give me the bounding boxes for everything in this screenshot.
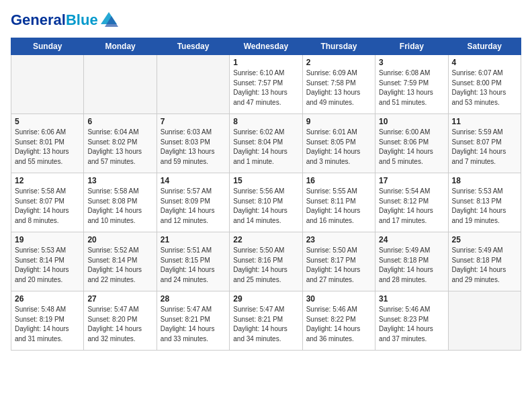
day-info: Sunrise: 6:03 AMSunset: 8:03 PMDaylight:…: [161, 128, 226, 167]
calendar-cell: 28Sunrise: 5:47 AMSunset: 8:21 PMDayligh…: [157, 291, 229, 351]
calendar-cell: 6Sunrise: 6:04 AMSunset: 8:02 PMDaylight…: [84, 114, 157, 173]
day-number: 4: [452, 58, 517, 67]
day-info: Sunrise: 6:00 AMSunset: 8:06 PMDaylight:…: [379, 128, 444, 167]
calendar-cell: 10Sunrise: 6:00 AMSunset: 8:06 PMDayligh…: [375, 114, 448, 173]
calendar-cell: 12Sunrise: 5:58 AMSunset: 8:07 PMDayligh…: [11, 173, 84, 232]
day-info: Sunrise: 5:46 AMSunset: 8:22 PMDaylight:…: [306, 305, 371, 344]
day-info: Sunrise: 5:50 AMSunset: 8:16 PMDaylight:…: [233, 246, 298, 285]
calendar-cell: 4Sunrise: 6:07 AMSunset: 8:00 PMDaylight…: [448, 55, 521, 114]
calendar-cell: 26Sunrise: 5:48 AMSunset: 8:19 PMDayligh…: [11, 291, 84, 351]
day-number: 28: [161, 294, 226, 304]
day-info: Sunrise: 5:56 AMSunset: 8:10 PMDaylight:…: [233, 187, 298, 226]
day-info: Sunrise: 5:52 AMSunset: 8:14 PMDaylight:…: [87, 246, 152, 285]
calendar-cell: 27Sunrise: 5:47 AMSunset: 8:20 PMDayligh…: [84, 291, 157, 351]
page-header: GeneralBlue: [11, 11, 521, 30]
weekday-header: Saturday: [448, 38, 521, 55]
day-info: Sunrise: 5:53 AMSunset: 8:13 PMDaylight:…: [452, 187, 517, 226]
calendar-cell: 23Sunrise: 5:50 AMSunset: 8:17 PMDayligh…: [302, 232, 375, 291]
logo-text: GeneralBlue: [11, 12, 98, 28]
day-number: 31: [379, 294, 444, 304]
day-info: Sunrise: 6:07 AMSunset: 8:00 PMDaylight:…: [452, 68, 517, 107]
day-info: Sunrise: 6:09 AMSunset: 7:58 PMDaylight:…: [306, 68, 371, 107]
calendar-header: SundayMondayTuesdayWednesdayThursdayFrid…: [11, 38, 521, 55]
calendar-cell: 11Sunrise: 5:59 AMSunset: 8:07 PMDayligh…: [448, 114, 521, 173]
logo-icon: [99, 11, 118, 30]
day-number: 1: [233, 58, 298, 67]
day-number: 9: [306, 117, 371, 126]
calendar-cell: 9Sunrise: 6:01 AMSunset: 8:05 PMDaylight…: [302, 114, 375, 173]
day-info: Sunrise: 5:54 AMSunset: 8:12 PMDaylight:…: [379, 187, 444, 226]
calendar-cell: 19Sunrise: 5:53 AMSunset: 8:14 PMDayligh…: [11, 232, 84, 291]
calendar-cell: [11, 55, 84, 114]
day-number: 16: [306, 176, 371, 185]
calendar-cell: 20Sunrise: 5:52 AMSunset: 8:14 PMDayligh…: [84, 232, 157, 291]
day-number: 25: [452, 235, 517, 244]
day-number: 29: [233, 294, 298, 304]
calendar-cell: [448, 291, 521, 351]
day-number: 30: [306, 294, 371, 304]
weekday-header: Monday: [84, 38, 157, 55]
calendar-cell: [157, 55, 229, 114]
day-number: 5: [15, 117, 80, 126]
day-number: 10: [379, 117, 444, 126]
calendar-cell: 13Sunrise: 5:58 AMSunset: 8:08 PMDayligh…: [84, 173, 157, 232]
day-info: Sunrise: 5:55 AMSunset: 8:11 PMDaylight:…: [306, 187, 371, 226]
day-number: 23: [306, 235, 371, 244]
day-number: 2: [306, 58, 371, 67]
day-info: Sunrise: 6:10 AMSunset: 7:57 PMDaylight:…: [233, 68, 298, 107]
calendar-cell: 17Sunrise: 5:54 AMSunset: 8:12 PMDayligh…: [375, 173, 448, 232]
calendar-week-row: 1Sunrise: 6:10 AMSunset: 7:57 PMDaylight…: [11, 55, 521, 114]
calendar-week-row: 19Sunrise: 5:53 AMSunset: 8:14 PMDayligh…: [11, 232, 521, 291]
day-info: Sunrise: 5:58 AMSunset: 8:07 PMDaylight:…: [15, 187, 80, 226]
day-info: Sunrise: 5:59 AMSunset: 8:07 PMDaylight:…: [452, 128, 517, 167]
day-number: 20: [87, 235, 152, 244]
calendar-cell: 2Sunrise: 6:09 AMSunset: 7:58 PMDaylight…: [302, 55, 375, 114]
day-info: Sunrise: 5:49 AMSunset: 8:18 PMDaylight:…: [379, 246, 444, 285]
calendar-week-row: 12Sunrise: 5:58 AMSunset: 8:07 PMDayligh…: [11, 173, 521, 232]
day-info: Sunrise: 6:04 AMSunset: 8:02 PMDaylight:…: [87, 128, 152, 167]
weekday-header: Tuesday: [157, 38, 229, 55]
day-number: 13: [87, 176, 152, 185]
calendar-cell: 22Sunrise: 5:50 AMSunset: 8:16 PMDayligh…: [230, 232, 302, 291]
day-number: 14: [161, 176, 226, 185]
day-info: Sunrise: 5:50 AMSunset: 8:17 PMDaylight:…: [306, 246, 371, 285]
day-info: Sunrise: 6:01 AMSunset: 8:05 PMDaylight:…: [306, 128, 371, 167]
logo: GeneralBlue: [11, 11, 118, 30]
day-info: Sunrise: 5:47 AMSunset: 8:20 PMDaylight:…: [87, 305, 152, 344]
day-info: Sunrise: 5:47 AMSunset: 8:21 PMDaylight:…: [161, 305, 226, 344]
day-number: 17: [379, 176, 444, 185]
calendar-week-row: 26Sunrise: 5:48 AMSunset: 8:19 PMDayligh…: [11, 291, 521, 351]
day-number: 24: [379, 235, 444, 244]
day-info: Sunrise: 5:49 AMSunset: 8:18 PMDaylight:…: [452, 246, 517, 285]
day-number: 21: [161, 235, 226, 244]
weekday-header: Thursday: [302, 38, 375, 55]
day-number: 8: [233, 117, 298, 126]
day-number: 22: [233, 235, 298, 244]
calendar-cell: 18Sunrise: 5:53 AMSunset: 8:13 PMDayligh…: [448, 173, 521, 232]
calendar-cell: 30Sunrise: 5:46 AMSunset: 8:22 PMDayligh…: [302, 291, 375, 351]
day-number: 26: [15, 294, 80, 304]
day-info: Sunrise: 6:02 AMSunset: 8:04 PMDaylight:…: [233, 128, 298, 167]
day-info: Sunrise: 5:53 AMSunset: 8:14 PMDaylight:…: [15, 246, 80, 285]
day-number: 6: [87, 117, 152, 126]
calendar-table: SundayMondayTuesdayWednesdayThursdayFrid…: [11, 38, 521, 351]
day-number: 19: [15, 235, 80, 244]
day-info: Sunrise: 5:57 AMSunset: 8:09 PMDaylight:…: [161, 187, 226, 226]
calendar-cell: 24Sunrise: 5:49 AMSunset: 8:18 PMDayligh…: [375, 232, 448, 291]
calendar-cell: 1Sunrise: 6:10 AMSunset: 7:57 PMDaylight…: [230, 55, 302, 114]
weekday-header: Sunday: [11, 38, 84, 55]
calendar-cell: 3Sunrise: 6:08 AMSunset: 7:59 PMDaylight…: [375, 55, 448, 114]
day-number: 7: [161, 117, 226, 126]
day-number: 12: [15, 176, 80, 185]
day-info: Sunrise: 5:47 AMSunset: 8:21 PMDaylight:…: [233, 305, 298, 344]
day-number: 11: [452, 117, 517, 126]
day-info: Sunrise: 5:48 AMSunset: 8:19 PMDaylight:…: [15, 305, 80, 344]
calendar-cell: 8Sunrise: 6:02 AMSunset: 8:04 PMDaylight…: [230, 114, 302, 173]
day-info: Sunrise: 5:51 AMSunset: 8:15 PMDaylight:…: [161, 246, 226, 285]
calendar-week-row: 5Sunrise: 6:06 AMSunset: 8:01 PMDaylight…: [11, 114, 521, 173]
calendar-cell: 7Sunrise: 6:03 AMSunset: 8:03 PMDaylight…: [157, 114, 229, 173]
day-number: 27: [87, 294, 152, 304]
calendar-cell: 29Sunrise: 5:47 AMSunset: 8:21 PMDayligh…: [230, 291, 302, 351]
day-info: Sunrise: 5:46 AMSunset: 8:23 PMDaylight:…: [379, 305, 444, 344]
day-info: Sunrise: 6:06 AMSunset: 8:01 PMDaylight:…: [15, 128, 80, 167]
